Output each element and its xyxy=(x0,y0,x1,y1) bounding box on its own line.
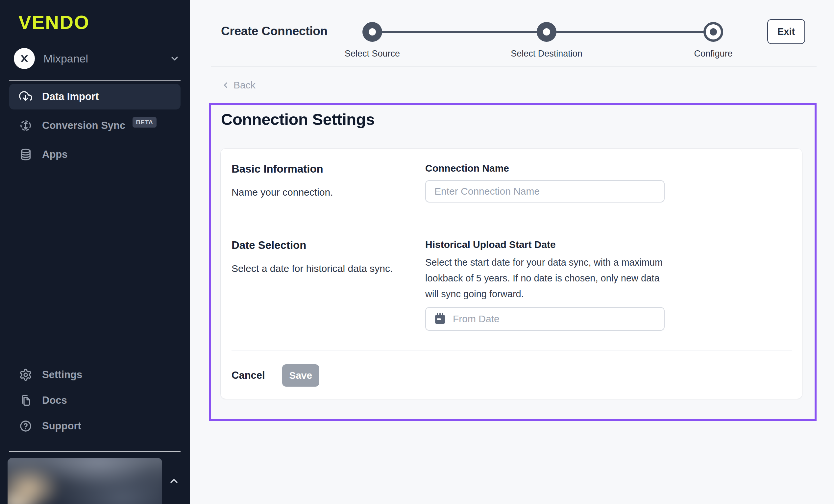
section-intro: Date Selection Select a date for histori… xyxy=(232,239,425,331)
chevron-down-icon[interactable] xyxy=(169,53,180,64)
sidebar-item-label: Support xyxy=(42,420,81,432)
from-date-input[interactable] xyxy=(425,307,665,331)
section-heading: Basic Information xyxy=(232,162,425,176)
step-label: Configure xyxy=(694,49,732,59)
connection-name-label: Connection Name xyxy=(425,162,792,174)
step-connector xyxy=(556,31,704,33)
help-circle-icon xyxy=(19,419,32,433)
calendar-icon xyxy=(433,312,447,326)
sidebar-item-label: Settings xyxy=(42,369,82,381)
sidebar-bottom-nav: Settings Docs Support xyxy=(9,362,180,439)
workspace-name: Mixpanel xyxy=(43,52,88,65)
form-actions: Cancel Save xyxy=(232,364,792,387)
chevron-up-icon[interactable] xyxy=(168,475,180,487)
section-fields: Connection Name xyxy=(425,162,792,202)
from-date-field xyxy=(425,307,665,331)
sidebar-item-conversion-sync[interactable]: Conversion Sync BETA xyxy=(9,113,180,138)
sidebar-main-nav: Data Import Conversion Sync BETA Apps xyxy=(9,84,180,167)
section-divider xyxy=(232,350,792,350)
gear-icon xyxy=(19,368,32,381)
sidebar-item-settings[interactable]: Settings xyxy=(9,362,180,388)
page-header-title: Create Connection xyxy=(221,24,328,38)
section-fields: Historical Upload Start Date Select the … xyxy=(425,239,792,331)
step-circle-configure xyxy=(703,22,723,42)
cancel-button[interactable]: Cancel xyxy=(232,370,265,381)
sidebar-spacer xyxy=(0,167,190,359)
section-heading: Date Selection xyxy=(232,239,425,252)
workspace-selector[interactable]: Mixpanel xyxy=(14,48,180,69)
back-link-label: Back xyxy=(234,80,256,91)
basic-information-section: Basic Information Name your connection. … xyxy=(232,162,792,202)
database-icon xyxy=(19,148,32,161)
step-circle-select-destination xyxy=(537,22,556,42)
main-content: Create Connection Select Source Select D… xyxy=(190,0,834,504)
axis-arrows-icon xyxy=(19,119,32,132)
save-button[interactable]: Save xyxy=(282,364,319,387)
date-selection-section: Date Selection Select a date for histori… xyxy=(232,239,792,331)
sidebar: VENDO Mixpanel Data Import Conversion Sy… xyxy=(0,0,190,504)
exit-button[interactable]: Exit xyxy=(767,19,805,44)
connection-name-input[interactable] xyxy=(425,180,665,202)
start-date-label: Historical Upload Start Date xyxy=(425,239,792,250)
user-profile-blurred[interactable] xyxy=(7,458,162,504)
sidebar-item-docs[interactable]: Docs xyxy=(9,388,180,413)
settings-card: Basic Information Name your connection. … xyxy=(220,148,803,399)
sidebar-item-label: Conversion Sync xyxy=(42,120,125,132)
chevron-left-icon xyxy=(221,81,230,90)
panel-title: Connection Settings xyxy=(221,109,815,129)
step-circle-select-source xyxy=(363,22,382,42)
sidebar-divider xyxy=(9,80,180,81)
sidebar-item-label: Apps xyxy=(42,149,68,160)
sidebar-item-apps[interactable]: Apps xyxy=(9,142,180,167)
step-label: Select Source xyxy=(345,49,400,59)
sidebar-item-data-import[interactable]: Data Import xyxy=(9,84,180,109)
sidebar-divider-bottom xyxy=(9,452,180,452)
back-link[interactable]: Back xyxy=(221,80,256,91)
start-date-description: Select the start date for your data sync… xyxy=(425,255,664,302)
sidebar-item-support[interactable]: Support xyxy=(9,413,180,439)
section-subtext: Select a date for historical data sync. xyxy=(232,263,425,274)
stepper: Select Source Select Destination Configu… xyxy=(363,0,760,66)
document-pages-icon xyxy=(19,394,32,407)
section-divider xyxy=(232,217,792,217)
step-connector xyxy=(381,31,537,33)
topbar: Create Connection Select Source Select D… xyxy=(211,0,817,66)
vendo-logo: VENDO xyxy=(18,13,190,32)
sidebar-item-label: Docs xyxy=(42,395,67,407)
step-label: Select Destination xyxy=(511,49,583,59)
section-intro: Basic Information Name your connection. xyxy=(232,162,425,202)
section-subtext: Name your connection. xyxy=(232,187,425,198)
cloud-download-icon xyxy=(19,90,32,103)
connection-settings-panel: Connection Settings Basic Information Na… xyxy=(209,103,817,421)
sidebar-item-label: Data Import xyxy=(42,91,98,103)
beta-badge: BETA xyxy=(133,117,156,128)
header-divider xyxy=(211,66,817,67)
profile-row xyxy=(7,458,180,504)
mixpanel-logo-icon xyxy=(14,48,35,69)
